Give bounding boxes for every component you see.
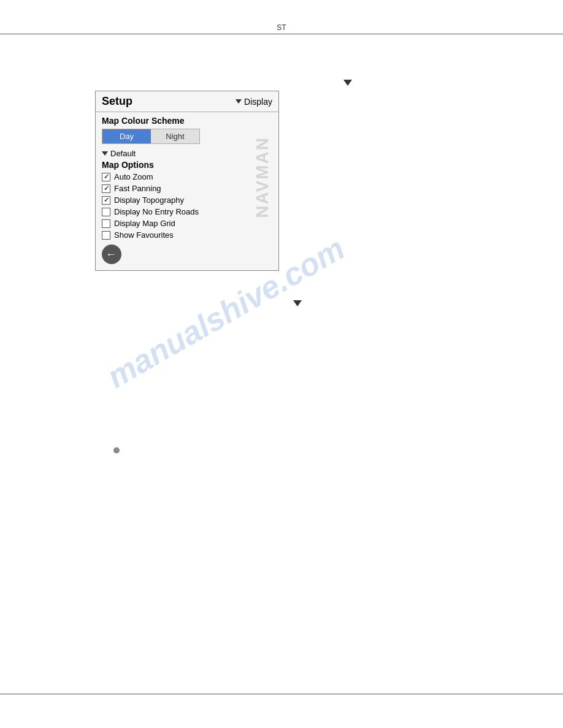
default-row: Default — [102, 149, 272, 158]
checkbox-label-no-entry-roads: Display No Entry Roads — [114, 207, 199, 216]
checkbox-show-favourites[interactable] — [102, 231, 110, 240]
checkbox-label-display-topography: Display Topography — [114, 195, 184, 205]
day-button[interactable]: Day — [102, 129, 151, 143]
checkbox-display-topography[interactable]: ✓ — [102, 196, 110, 205]
checkbox-row-fast-panning: ✓ Fast Panning — [102, 184, 272, 193]
checkbox-auto-zoom[interactable]: ✓ — [102, 173, 110, 181]
checkbox-row-map-grid: Display Map Grid — [102, 219, 272, 228]
dropdown-arrow-mid — [293, 300, 302, 306]
checkbox-label-fast-panning: Fast Panning — [114, 184, 161, 193]
setup-dialog: Setup Display NAVMAN Map Colour Scheme D… — [95, 91, 279, 271]
top-horizontal-rule — [0, 34, 563, 34]
bottom-horizontal-rule — [0, 694, 563, 694]
day-night-toggle: Day Night — [102, 129, 200, 144]
checkbox-label-auto-zoom: Auto Zoom — [114, 172, 153, 181]
dialog-display-section: Display — [236, 97, 272, 107]
checkbox-row-no-entry-roads: Display No Entry Roads — [102, 207, 272, 216]
back-arrow-icon: ← — [105, 249, 117, 260]
dialog-titlebar: Setup Display — [96, 91, 278, 112]
dialog-display-label: Display — [244, 97, 272, 107]
checkbox-no-entry-roads[interactable] — [102, 208, 110, 216]
dialog-title: Setup — [102, 95, 132, 108]
dropdown-arrow-top — [343, 80, 352, 86]
checkbox-label-map-grid: Display Map Grid — [114, 219, 175, 228]
dialog-body: NAVMAN Map Colour Scheme Day Night Defau… — [96, 112, 278, 270]
map-options-title: Map Options — [102, 160, 272, 170]
default-arrow-icon — [102, 151, 108, 156]
checkbox-fast-panning[interactable]: ✓ — [102, 184, 110, 193]
map-colour-scheme-title: Map Colour Scheme — [102, 116, 272, 126]
checkmark-display-topography: ✓ — [104, 197, 109, 203]
page-label-st: ST — [0, 23, 563, 32]
checkbox-row-show-favourites: Show Favourites — [102, 230, 272, 240]
checkmark-auto-zoom: ✓ — [104, 173, 109, 180]
default-label: Default — [110, 149, 136, 158]
small-bullet-decoration — [113, 447, 120, 453]
checkbox-label-show-favourites: Show Favourites — [114, 230, 174, 240]
checkbox-row-display-topography: ✓ Display Topography — [102, 195, 272, 205]
checkbox-row-auto-zoom: ✓ Auto Zoom — [102, 172, 272, 181]
checkmark-fast-panning: ✓ — [104, 185, 109, 192]
checkbox-map-grid[interactable] — [102, 219, 110, 228]
display-arrow-icon — [236, 99, 242, 104]
back-button[interactable]: ← — [102, 245, 121, 264]
night-button[interactable]: Night — [151, 129, 199, 143]
